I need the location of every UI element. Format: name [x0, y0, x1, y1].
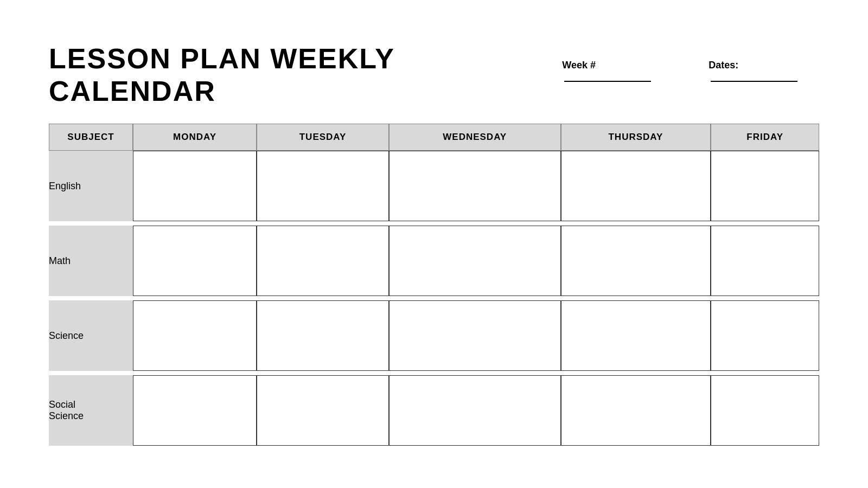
header-fields: Week # Dates:	[562, 60, 819, 82]
cell-social-science-wednesday[interactable]	[389, 375, 561, 446]
cell-inner[interactable]	[133, 226, 257, 296]
spacer-row	[49, 371, 819, 375]
col-tuesday-header: TUESDAY	[257, 124, 389, 151]
cell-inner[interactable]	[711, 226, 819, 296]
subject-cell-english: English	[49, 151, 133, 221]
cell-inner[interactable]	[561, 226, 711, 296]
cell-inner[interactable]	[561, 151, 711, 221]
cell-english-wednesday[interactable]	[389, 151, 561, 221]
cell-science-thursday[interactable]	[561, 300, 711, 371]
cell-math-wednesday[interactable]	[389, 226, 561, 296]
cell-science-wednesday[interactable]	[389, 300, 561, 371]
cell-science-friday[interactable]	[711, 300, 819, 371]
cell-science-monday[interactable]	[133, 300, 257, 371]
col-thursday-header: THURSDAY	[561, 124, 711, 151]
cell-math-monday[interactable]	[133, 226, 257, 296]
week-field[interactable]: Week #	[562, 60, 676, 82]
subject-cell-science: Science	[49, 300, 133, 371]
cell-inner[interactable]	[257, 151, 389, 221]
cell-inner[interactable]	[133, 375, 257, 446]
dates-label: Dates:	[709, 60, 738, 70]
cell-social-science-tuesday[interactable]	[257, 375, 389, 446]
cell-inner[interactable]	[711, 300, 819, 371]
header: LESSON PLAN WEEKLY CALENDAR Week # Dates…	[49, 42, 819, 107]
cell-inner[interactable]	[257, 226, 389, 296]
table-row: Science	[49, 300, 819, 371]
page: LESSON PLAN WEEKLY CALENDAR Week # Dates…	[22, 21, 846, 467]
cell-math-thursday[interactable]	[561, 226, 711, 296]
spacer-row	[49, 296, 819, 300]
cell-inner[interactable]	[389, 300, 561, 371]
cell-inner[interactable]	[389, 226, 561, 296]
cell-inner[interactable]	[389, 151, 561, 221]
cell-inner[interactable]	[711, 375, 819, 446]
cell-inner[interactable]	[257, 300, 389, 371]
cell-social-science-thursday[interactable]	[561, 375, 711, 446]
cell-inner[interactable]	[561, 300, 711, 371]
cell-social-science-monday[interactable]	[133, 375, 257, 446]
cell-english-thursday[interactable]	[561, 151, 711, 221]
cell-inner[interactable]	[133, 300, 257, 371]
col-subject-header: SUBJECT	[49, 124, 133, 151]
cell-english-tuesday[interactable]	[257, 151, 389, 221]
dates-field[interactable]: Dates:	[709, 60, 819, 82]
col-friday-header: FRIDAY	[711, 124, 819, 151]
week-line[interactable]	[564, 71, 651, 82]
cell-inner[interactable]	[389, 375, 561, 446]
cell-english-monday[interactable]	[133, 151, 257, 221]
col-wednesday-header: WEDNESDAY	[389, 124, 561, 151]
cell-inner[interactable]	[711, 151, 819, 221]
cell-math-friday[interactable]	[711, 226, 819, 296]
week-label: Week #	[562, 60, 596, 70]
calendar-table: SUBJECT MONDAY TUESDAY WEDNESDAY THURSDA…	[49, 124, 819, 446]
col-monday-header: MONDAY	[133, 124, 257, 151]
table-row: Social Science	[49, 375, 819, 446]
table-header-row: SUBJECT MONDAY TUESDAY WEDNESDAY THURSDA…	[49, 124, 819, 151]
spacer-row	[49, 221, 819, 226]
dates-line[interactable]	[711, 71, 797, 82]
cell-math-tuesday[interactable]	[257, 226, 389, 296]
cell-english-friday[interactable]	[711, 151, 819, 221]
table-row: English	[49, 151, 819, 221]
cell-science-tuesday[interactable]	[257, 300, 389, 371]
cell-inner[interactable]	[133, 151, 257, 221]
subject-cell-math: Math	[49, 226, 133, 296]
subject-cell-social-science: Social Science	[49, 375, 133, 446]
page-title: LESSON PLAN WEEKLY CALENDAR	[49, 42, 529, 107]
table-row: Math	[49, 226, 819, 296]
cell-inner[interactable]	[561, 375, 711, 446]
cell-social-science-friday[interactable]	[711, 375, 819, 446]
cell-inner[interactable]	[257, 375, 389, 446]
